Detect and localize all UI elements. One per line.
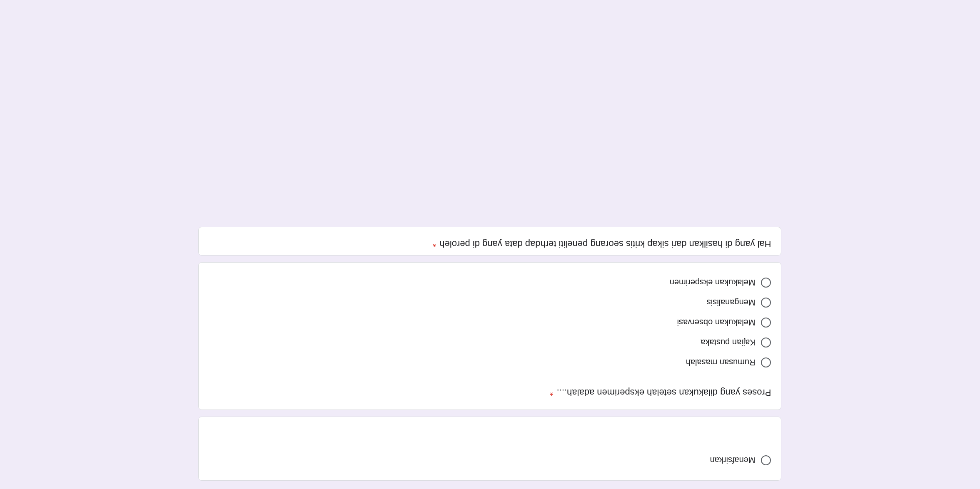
question-text: Proses yang dilakukan setelah eksperimen… (209, 386, 771, 400)
radio-option-2[interactable]: Melakukan observasi (209, 313, 771, 333)
question-prompt: Hal yang di hasilkan dari sikap kritis s… (439, 239, 771, 249)
radio-option-3[interactable]: Menganalisis (209, 293, 771, 313)
option-label: Melakukan observasi (677, 318, 756, 328)
question-card-1: Proses yang dilakukan setelah eksperimen… (199, 262, 782, 410)
question-prompt: Proses yang dilakukan setelah eksperimen… (557, 387, 771, 398)
option-label: Kajian pustaka (701, 338, 755, 348)
radio-icon (761, 318, 771, 328)
radio-icon (761, 455, 771, 465)
radio-icon (761, 338, 771, 348)
option-label: Menafsirkan (710, 456, 756, 465)
option-label: Melakukan eksperimen (670, 278, 756, 288)
option-label: Rumusan masalah (686, 358, 756, 367)
question-text: Hal yang di hasilkan dari sikap kritis s… (209, 237, 771, 251)
required-asterisk: * (550, 387, 554, 398)
radio-icon (761, 278, 771, 288)
radio-option-1[interactable]: Kajian pustaka (209, 333, 771, 352)
radio-option-4[interactable]: Melakukan eksperimen (209, 273, 771, 293)
radio-icon (761, 357, 771, 367)
radio-option-0[interactable]: Rumusan masalah (209, 352, 771, 372)
prev-question-card-partial: Menafsirkan (199, 417, 782, 481)
required-asterisk: * (433, 239, 436, 249)
option-label: Menganalisis (707, 298, 756, 308)
radio-icon (761, 298, 771, 308)
radio-option-menafsirkan[interactable]: Menafsirkan (209, 450, 771, 470)
question-card-2-partial: Hal yang di hasilkan dari sikap kritis s… (199, 227, 782, 256)
